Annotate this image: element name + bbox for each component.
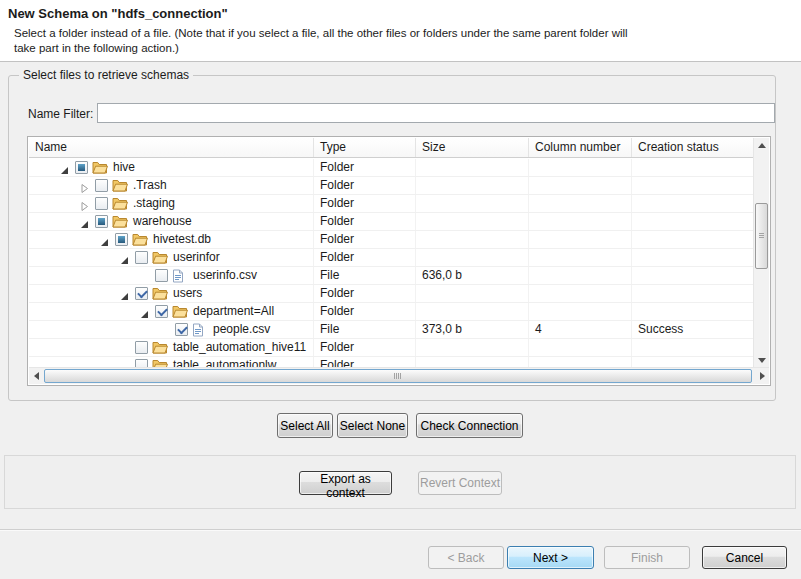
size-cell (416, 339, 529, 356)
row-checkbox[interactable] (75, 161, 88, 174)
tree-indent (53, 239, 93, 240)
column-number-cell (529, 285, 632, 302)
expander-expanded-icon[interactable] (59, 163, 69, 173)
tree-table-row[interactable]: table_automation_hive11 Folder (29, 339, 753, 357)
expander-expanded-icon[interactable] (139, 307, 149, 317)
name-cell: hivetest.db (29, 231, 314, 248)
wizard-subtitle-line2: take part in the following action.) (14, 41, 628, 56)
column-number-cell (529, 213, 632, 230)
tree-table-row[interactable]: .staging Folder (29, 195, 753, 213)
row-checkbox[interactable] (95, 197, 108, 210)
tree-table-row[interactable]: userinfo.csv File 636,0 b (29, 267, 753, 285)
check-connection-button[interactable]: Check Connection (416, 413, 523, 438)
name-cell: department=All (29, 303, 314, 320)
column-header-column-number[interactable]: Column number (529, 138, 632, 157)
tree-table-row[interactable]: userinfor Folder (29, 249, 753, 267)
left-arrow-icon (34, 372, 39, 380)
row-checkbox[interactable] (155, 305, 168, 318)
name-cell: warehouse (29, 213, 314, 230)
expander-spacer (119, 343, 129, 353)
select-all-button[interactable]: Select All (277, 413, 333, 438)
name-cell: userinfor (29, 249, 314, 266)
tree-indent (53, 365, 113, 366)
type-cell: File (314, 321, 416, 338)
column-header-type[interactable]: Type (314, 138, 416, 157)
export-as-context-button[interactable]: Export as context (299, 471, 392, 495)
tree-table-row[interactable]: department=All Folder (29, 303, 753, 321)
tree-indent (53, 293, 113, 294)
column-number-cell (529, 231, 632, 248)
row-checkbox[interactable] (95, 215, 108, 228)
tree-table-row[interactable]: .Trash Folder (29, 177, 753, 195)
row-checkbox[interactable] (135, 287, 148, 300)
cancel-button[interactable]: Cancel (702, 546, 787, 569)
tree-table-row[interactable]: people.csv File 373,0 b 4 Success (29, 321, 753, 339)
tree-table-row[interactable]: warehouse Folder (29, 213, 753, 231)
type-cell: File (314, 267, 416, 284)
type-cell: Folder (314, 249, 416, 266)
type-cell: Folder (314, 159, 416, 176)
column-header-creation-status[interactable]: Creation status (632, 138, 753, 157)
scroll-down-button[interactable] (754, 353, 770, 368)
tree-table-row[interactable]: users Folder (29, 285, 753, 303)
node-label: warehouse (133, 213, 192, 230)
tree-indent (53, 257, 113, 258)
next-button[interactable]: Next > (507, 546, 594, 569)
node-label: table_automation_hive11 (173, 339, 306, 356)
expander-expanded-icon[interactable] (119, 289, 129, 299)
folder-icon (152, 251, 169, 264)
size-cell: 636,0 b (416, 267, 529, 284)
column-header-name[interactable]: Name (29, 138, 314, 157)
folder-icon (172, 305, 189, 318)
expander-collapsed-icon[interactable] (79, 181, 89, 191)
tree-table-row[interactable]: hivetest.db Folder (29, 231, 753, 249)
tree-indent (53, 329, 153, 330)
context-panel: Export as context Revert Context (4, 455, 796, 509)
row-checkbox[interactable] (135, 341, 148, 354)
size-cell (416, 231, 529, 248)
table-body: hive Folder .Trash Folder .staging Folde… (29, 159, 753, 384)
column-number-cell (529, 177, 632, 194)
scroll-up-button[interactable] (754, 138, 770, 153)
expander-expanded-icon[interactable] (119, 253, 129, 263)
folder-icon (152, 341, 169, 354)
tree-indent (53, 185, 73, 186)
file-icon (192, 323, 209, 337)
name-filter-label: Name Filter: (28, 107, 93, 121)
tree-table-row[interactable]: hive Folder (29, 159, 753, 177)
creation-status-cell (632, 159, 753, 176)
creation-status-cell (632, 213, 753, 230)
size-cell (416, 285, 529, 302)
vertical-scrollbar[interactable] (753, 138, 769, 368)
scroll-right-button[interactable] (755, 368, 769, 384)
expander-expanded-icon[interactable] (79, 217, 89, 227)
scroll-left-button[interactable] (29, 368, 43, 384)
folder-icon (112, 179, 129, 192)
column-number-cell (529, 249, 632, 266)
finish-button: Finish (604, 546, 690, 569)
name-cell: userinfo.csv (29, 267, 314, 284)
row-checkbox[interactable] (155, 269, 168, 282)
row-checkbox[interactable] (115, 233, 128, 246)
row-checkbox[interactable] (95, 179, 108, 192)
vertical-scrollbar-thumb[interactable] (755, 203, 768, 269)
column-header-size[interactable]: Size (416, 138, 529, 157)
horizontal-scrollbar-thumb[interactable] (44, 369, 752, 383)
horizontal-scrollbar[interactable] (29, 367, 769, 384)
row-checkbox[interactable] (135, 251, 148, 264)
node-label: hivetest.db (153, 231, 211, 248)
expander-expanded-icon[interactable] (99, 235, 109, 245)
up-arrow-icon (758, 143, 766, 148)
select-none-button[interactable]: Select None (337, 413, 408, 438)
tree-indent (53, 347, 113, 348)
creation-status-cell (632, 285, 753, 302)
file-icon (172, 269, 189, 283)
name-filter-input[interactable] (97, 103, 775, 123)
row-checkbox[interactable] (175, 323, 188, 336)
expander-collapsed-icon[interactable] (79, 199, 89, 209)
creation-status-cell (632, 231, 753, 248)
name-cell: .staging (29, 195, 314, 212)
node-label: hive (113, 159, 135, 176)
name-cell: users (29, 285, 314, 302)
size-cell (416, 213, 529, 230)
